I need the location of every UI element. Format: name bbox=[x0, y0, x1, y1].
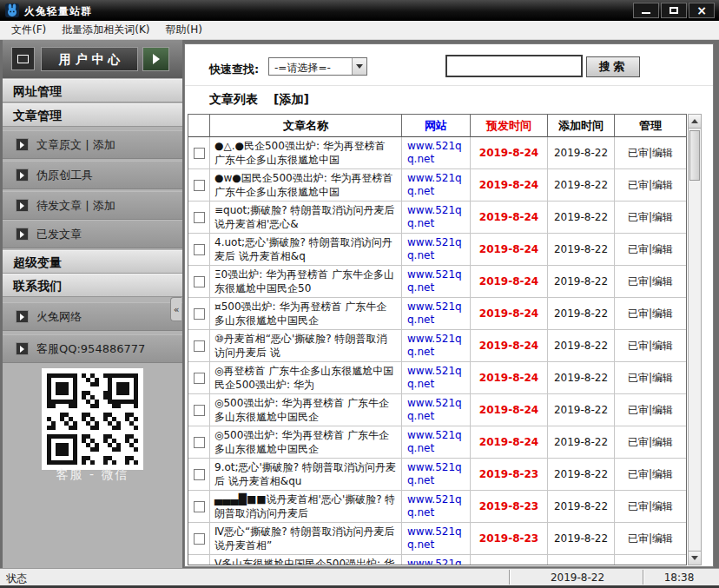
table-row: ◎500强出炉: 华为再登榜首 广东牛企多山东很尴尬中国民企 www.521qq… bbox=[188, 394, 686, 426]
article-name: Ⅳ恶心“撕破脸? 特朗普取消访问丹麦后 说丹麦首相” bbox=[210, 523, 402, 555]
added-time: 2019-8-22 bbox=[548, 266, 615, 298]
sidebar-item-service-qq[interactable]: 客服QQ:954886777 bbox=[3, 334, 182, 363]
article-site-link[interactable]: www.521qq.net bbox=[402, 169, 471, 202]
table-row: Ⅳ恶心“撕破脸? 特朗普取消访问丹麦后 说丹麦首相” www.521qq.net… bbox=[188, 523, 686, 555]
added-time: 2019-8-22 bbox=[548, 169, 615, 202]
manage-actions[interactable]: 已审|编辑 bbox=[615, 459, 686, 491]
article-site-link[interactable]: www.521qq.net bbox=[402, 555, 471, 565]
row-checkbox[interactable] bbox=[194, 501, 205, 512]
manage-actions[interactable]: 已审|编辑 bbox=[615, 394, 686, 426]
maximize-button[interactable] bbox=[661, 3, 687, 18]
window-frame-icon bbox=[17, 55, 29, 63]
sidebar-item-huotu-network[interactable]: 火兔网络 bbox=[3, 302, 182, 331]
manage-actions[interactable]: 已审|编辑 bbox=[615, 234, 686, 266]
scrollbar-thumb[interactable] bbox=[689, 130, 700, 181]
sidebar-section-article-manage[interactable]: 文章管理 bbox=[3, 103, 182, 127]
sidebar-section-super-variables[interactable]: 超级变量 bbox=[3, 250, 182, 274]
search-input[interactable] bbox=[445, 55, 583, 77]
minimize-button[interactable] bbox=[633, 3, 659, 18]
menu-file[interactable]: 文件(F) bbox=[3, 20, 54, 40]
go-button[interactable] bbox=[142, 47, 169, 71]
article-site-link[interactable]: www.521qq.net bbox=[402, 459, 471, 491]
article-site-link[interactable]: www.521qq.net bbox=[402, 137, 471, 169]
article-site-link[interactable]: www.521qq.net bbox=[402, 298, 471, 330]
row-checkbox[interactable] bbox=[194, 565, 205, 566]
header-manage: 管理 bbox=[615, 115, 686, 137]
sidebar-section-contact-us[interactable]: 联系我们 bbox=[3, 274, 182, 297]
row-checkbox[interactable] bbox=[194, 373, 205, 384]
manage-actions[interactable]: 已审|编辑 bbox=[615, 491, 686, 523]
quick-find-select[interactable]: -=请选择=- bbox=[268, 57, 367, 76]
sidebar-item-article-original[interactable]: 文章原文 | 添加 bbox=[3, 130, 182, 159]
sidebar-item-label: 文章原文 | 添加 bbox=[36, 137, 115, 153]
manage-actions[interactable]: 已审|编辑 bbox=[615, 169, 686, 202]
manage-actions[interactable]: 已审|编辑 bbox=[615, 426, 686, 459]
manage-actions[interactable]: 已审|编辑 bbox=[615, 330, 686, 362]
added-time: 2019-8-22 bbox=[548, 298, 615, 330]
checkbox-cell bbox=[188, 266, 210, 298]
manage-actions[interactable]: 已审|编辑 bbox=[615, 555, 686, 565]
manage-actions[interactable]: 已审|编辑 bbox=[615, 362, 686, 394]
add-article-link[interactable]: [添加] bbox=[274, 92, 309, 108]
manage-actions[interactable]: 已审|编辑 bbox=[615, 202, 686, 234]
header-publish-time: 预发时间 bbox=[471, 115, 548, 137]
qr-code bbox=[42, 368, 143, 470]
close-button[interactable]: × bbox=[689, 3, 715, 18]
scroll-down-button[interactable] bbox=[689, 551, 701, 565]
row-checkbox[interactable] bbox=[194, 180, 205, 191]
title-bar: 火兔轻量站群 × bbox=[0, 0, 719, 21]
article-name: ▄▄▄█■■说丹麦首相'恶心'撕破脸? 特朗普取消访问丹麦后 bbox=[210, 491, 402, 523]
sidebar-collapse-handle[interactable]: « bbox=[170, 297, 181, 321]
row-checkbox[interactable] bbox=[194, 469, 205, 480]
added-time: 2019-8-22 bbox=[548, 234, 615, 266]
added-time: 2019-8-22 bbox=[548, 555, 615, 565]
article-site-link[interactable]: www.521qq.net bbox=[402, 394, 471, 426]
row-checkbox[interactable] bbox=[194, 405, 205, 416]
article-site-link[interactable]: www.521qq.net bbox=[402, 330, 471, 362]
menu-batch-add-keywords[interactable]: 批量添加相关词(K) bbox=[54, 20, 157, 40]
sidebar-item-published-articles[interactable]: 已发文章 bbox=[3, 220, 182, 248]
search-button[interactable]: 搜索 bbox=[586, 56, 640, 77]
article-site-link[interactable]: www.521qq.net bbox=[402, 426, 471, 459]
article-site-link[interactable]: www.521qq.net bbox=[402, 362, 471, 394]
article-site-link[interactable]: www.521qq.net bbox=[402, 491, 471, 523]
menu-help[interactable]: 帮助(H) bbox=[158, 20, 210, 40]
checkbox-cell bbox=[188, 523, 210, 555]
checkbox-cell bbox=[188, 330, 210, 362]
row-checkbox[interactable] bbox=[194, 148, 205, 159]
manage-actions[interactable]: 已审|编辑 bbox=[615, 523, 686, 555]
scroll-up-button[interactable] bbox=[689, 115, 701, 129]
header-site: 网站 bbox=[402, 115, 471, 137]
table-row: Ⅴ多山东很尴尬中国民企500强出炉: 华为再登榜首 广东牛企 www.521qq… bbox=[188, 555, 686, 565]
window-icon-button[interactable] bbox=[11, 47, 35, 70]
article-site-link[interactable]: www.521qq.net bbox=[402, 523, 471, 555]
row-checkbox[interactable] bbox=[194, 244, 205, 255]
status-bar: 状态 2019-8-22 18:38 bbox=[0, 568, 719, 585]
sidebar-item-pseudo-original-tool[interactable]: 伪原创工具 bbox=[3, 161, 182, 189]
row-checkbox[interactable] bbox=[194, 276, 205, 287]
sidebar-item-pending-articles[interactable]: 待发文章 | 添加 bbox=[3, 191, 182, 220]
row-checkbox[interactable] bbox=[194, 533, 205, 545]
article-site-link[interactable]: www.521qq.net bbox=[402, 234, 471, 266]
added-time: 2019-8-22 bbox=[548, 491, 615, 523]
select-value: -=请选择=- bbox=[274, 61, 331, 76]
manage-actions[interactable]: 已审|编辑 bbox=[615, 298, 686, 330]
checkbox-cell bbox=[188, 234, 210, 266]
sidebar-section-url-manage[interactable]: 网址管理 bbox=[3, 79, 182, 102]
checkbox-cell bbox=[188, 298, 210, 330]
added-time: 2019-8-22 bbox=[548, 137, 615, 169]
manage-actions[interactable]: 已审|编辑 bbox=[615, 266, 686, 298]
publish-time: 2019-8-24 bbox=[471, 426, 548, 459]
manage-actions[interactable]: 已审|编辑 bbox=[615, 137, 686, 169]
vertical-scrollbar[interactable] bbox=[688, 114, 702, 565]
status-date: 2019-8-22 bbox=[514, 571, 641, 584]
row-checkbox[interactable] bbox=[194, 308, 205, 320]
article-site-link[interactable]: www.521qq.net bbox=[402, 202, 471, 234]
user-center-button[interactable]: 用 户 中 心 bbox=[41, 47, 138, 71]
row-checkbox[interactable] bbox=[194, 340, 205, 352]
row-checkbox[interactable] bbox=[194, 212, 205, 223]
row-checkbox[interactable] bbox=[194, 437, 205, 448]
article-site-link[interactable]: www.521qq.net bbox=[402, 266, 471, 298]
arrow-bullet-icon bbox=[16, 168, 29, 182]
publish-time: 2019-8-24 bbox=[471, 234, 548, 266]
